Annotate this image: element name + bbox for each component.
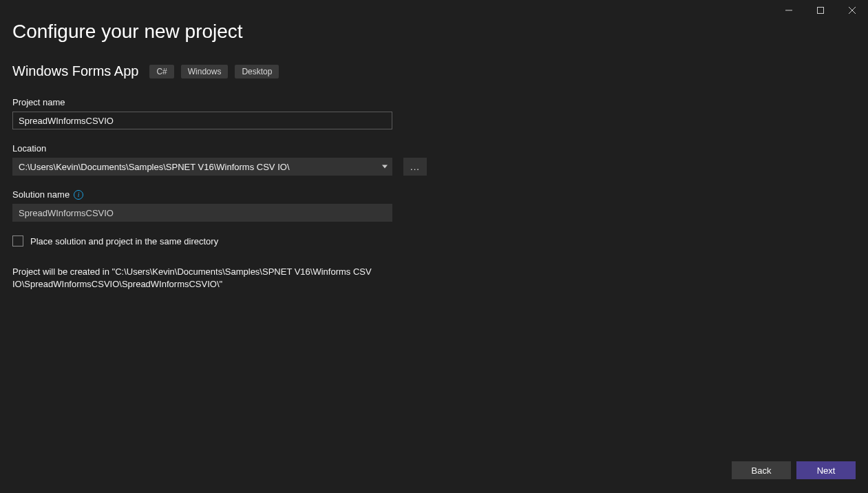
location-combo[interactable]: C:\Users\Kevin\Documents\Samples\SPNET V…	[12, 158, 392, 176]
project-name-group: Project name	[12, 97, 856, 129]
tag-csharp: C#	[149, 65, 173, 78]
project-name-input[interactable]	[12, 112, 392, 129]
maximize-icon[interactable]	[805, 0, 836, 21]
close-icon[interactable]	[836, 0, 868, 21]
project-path-info: Project will be created in "C:\Users\Kev…	[12, 266, 398, 291]
subtitle-row: Windows Forms App C# Windows Desktop	[12, 63, 856, 79]
tag-windows: Windows	[181, 65, 229, 78]
solution-name-label-text: Solution name	[12, 189, 70, 200]
footer: Back Next	[732, 461, 856, 479]
location-value: C:\Users\Kevin\Documents\Samples\SPNET V…	[19, 162, 290, 172]
template-name: Windows Forms App	[12, 63, 138, 79]
location-group: Location C:\Users\Kevin\Documents\Sample…	[12, 143, 856, 176]
browse-button[interactable]: ...	[403, 158, 427, 176]
solution-name-label: Solution name i	[12, 189, 856, 200]
minimize-icon[interactable]	[773, 0, 805, 21]
project-name-label: Project name	[12, 97, 856, 107]
back-button[interactable]: Back	[732, 461, 791, 479]
location-label: Location	[12, 143, 856, 154]
window-chrome	[773, 0, 868, 21]
content-area: Configure your new project Windows Forms…	[0, 0, 868, 291]
place-same-dir-row: Place solution and project in the same d…	[12, 235, 856, 246]
solution-name-group: Solution name i	[12, 189, 856, 222]
place-same-dir-checkbox[interactable]	[12, 235, 23, 246]
svg-rect-1	[818, 8, 824, 14]
solution-name-input[interactable]	[12, 204, 392, 222]
chevron-down-icon	[382, 165, 388, 169]
page-title: Configure your new project	[12, 21, 856, 43]
place-same-dir-label: Place solution and project in the same d…	[30, 236, 218, 246]
info-icon[interactable]: i	[74, 190, 83, 200]
next-button[interactable]: Next	[796, 461, 856, 479]
tag-desktop: Desktop	[235, 65, 279, 78]
